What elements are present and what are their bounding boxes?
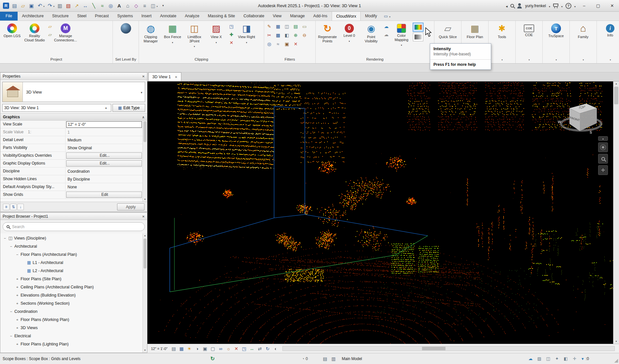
fitter-add-icon[interactable]: ⊕ — [292, 31, 299, 39]
revit-logo[interactable]: R — [2, 2, 10, 10]
ribbon-button[interactable]: Point Visibility — [361, 22, 382, 44]
panel-expand-icon[interactable] — [502, 57, 503, 61]
editing-requests[interactable]: 0 — [302, 357, 308, 361]
selection-chevron-icon[interactable] — [103, 106, 109, 110]
fitter-cut-icon[interactable]: ✂ — [265, 31, 273, 39]
ribbon-tab[interactable]: View — [269, 11, 286, 21]
panel-label-project[interactable]: Project — [0, 55, 113, 63]
tree-item[interactable]: − Floor Plans (Architectural Plan) — [0, 250, 147, 258]
ribbon-tab[interactable]: CloudWorx — [332, 11, 361, 21]
collaborate-icon[interactable] — [210, 356, 215, 362]
tree-item[interactable]: L2 - Architectural — [0, 267, 147, 275]
ribbon-button[interactable]: Color Mapping — [391, 22, 412, 48]
tree-item[interactable]: + Elevations (Building Elevation) — [0, 291, 147, 299]
panel-expand-icon[interactable] — [610, 57, 611, 61]
ribbon-tab[interactable]: Precast — [91, 11, 113, 21]
property-value[interactable]: Show Original — [66, 144, 147, 152]
panel-expand-icon[interactable] — [529, 57, 530, 61]
ribbon-tab[interactable]: Modify — [361, 11, 381, 21]
scroll-up-icon[interactable] — [613, 81, 619, 86]
compass-west-label[interactable]: W — [558, 120, 561, 124]
ribbon-button[interactable]: Box Fence — [162, 22, 183, 45]
ribbon-tab[interactable]: Massing & Site — [204, 11, 239, 21]
ribbon-button[interactable]: COE — [517, 22, 541, 38]
expand-bar-icon[interactable]: ‹ — [272, 345, 279, 352]
tree-toggle[interactable]: + — [15, 318, 20, 322]
navbar-collapse-icon[interactable] — [598, 136, 608, 141]
ribbon-tab[interactable]: Analyze — [181, 11, 204, 21]
tree-item[interactable]: L1 - Architectural — [0, 258, 147, 267]
close-button[interactable]: ✕ — [607, 1, 618, 10]
help-menu-chevron-icon[interactable] — [574, 3, 576, 9]
fitter-slab-icon[interactable]: ▭ — [301, 22, 308, 30]
cloud-settings-icon[interactable]: ☁ — [383, 31, 390, 38]
worksharing-display-icon[interactable]: ⇄ — [256, 345, 264, 352]
ribbon-button[interactable]: Open LGS — [1, 22, 23, 39]
scrollbar-thumb[interactable] — [143, 239, 146, 269]
vertical-scrollbar[interactable] — [613, 81, 619, 344]
collapse-section-icon[interactable] — [142, 115, 144, 119]
save-icon[interactable]: ▣ — [27, 2, 36, 10]
search-icon[interactable] — [510, 4, 514, 7]
panel-label-clipping[interactable]: Clipping — [139, 55, 264, 63]
properties-list-icon[interactable]: ≡ — [3, 204, 9, 210]
open-folder-icon[interactable]: ▱ — [46, 22, 54, 30]
tree-item[interactable]: + Ceiling Plans (Architectural Ceiling P… — [0, 283, 147, 291]
sort-icon[interactable]: ⇅ — [10, 204, 17, 210]
ribbon-button[interactable]: Info — [598, 22, 619, 38]
compass-south-label[interactable]: S — [590, 130, 592, 134]
tree-item[interactable]: + 3D Views — [0, 324, 147, 332]
browser-scrollbar[interactable] — [143, 233, 147, 353]
section-icon[interactable]: ◇ — [132, 2, 140, 10]
tree-item[interactable]: + Floor Plans (Working Plan) — [0, 315, 147, 324]
ribbon-button[interactable]: Reality Cloud Studio — [24, 22, 45, 43]
tree-item[interactable]: − Coordination — [0, 307, 147, 315]
ribbon-tab[interactable]: Insert — [137, 11, 156, 21]
colormap-option-icon[interactable] — [413, 33, 423, 41]
help-icon[interactable] — [566, 3, 571, 9]
redo-icon[interactable]: ↷ — [46, 2, 56, 10]
ribbon-button[interactable]: Clipping Manager — [140, 22, 161, 44]
select-underlay-icon[interactable]: ◫ — [544, 355, 552, 362]
ribbon-button[interactable]: TruSpace — [544, 22, 568, 39]
tree-toggle[interactable]: − — [8, 244, 14, 248]
drag-on-selection-icon[interactable]: ✛ — [571, 355, 578, 362]
panel-label-set-level-by[interactable]: Set Level By — [113, 55, 139, 63]
ribbon-button[interactable]: Level 0 — [339, 22, 360, 44]
search-input[interactable] — [12, 225, 141, 229]
store-cart-icon[interactable] — [553, 4, 558, 7]
cloud-refresh-icon[interactable]: ☁ — [383, 22, 390, 30]
fitter-target-icon[interactable]: ◎ — [265, 40, 273, 48]
visual-style-icon[interactable]: ▦ — [178, 345, 185, 352]
clip-add-icon[interactable]: ✚ — [228, 31, 235, 38]
graphics-section-header[interactable]: Graphics — [0, 113, 147, 121]
ribbon-button[interactable]: Quick Slice — [436, 22, 460, 40]
user-menu-chevron-icon[interactable] — [549, 3, 550, 9]
select-links-icon[interactable]: ▨ — [536, 355, 543, 362]
drawing-area[interactable]: TOP FRONT W S — [147, 81, 613, 344]
ribbon-tab[interactable]: Add-Ins — [309, 11, 332, 21]
tree-toggle[interactable]: + — [15, 301, 20, 305]
fitter-fill-icon[interactable]: ▣ — [283, 40, 291, 48]
design-options-icon[interactable] — [331, 356, 336, 361]
tree-item[interactable]: − Electrical — [0, 332, 147, 340]
ribbon-button[interactable]: LimitBox 3Point — [184, 22, 205, 49]
sheet-icon[interactable]: ▧ — [64, 2, 72, 10]
switch-windows-icon[interactable]: ◫ — [149, 2, 159, 10]
apply-button[interactable]: Apply — [117, 203, 144, 211]
type-selector-chevron-icon[interactable] — [138, 89, 145, 95]
scrollbar-thumb[interactable] — [422, 347, 445, 350]
property-value[interactable]: Edit... — [66, 160, 147, 167]
ribbon-tab[interactable]: Manage — [286, 11, 309, 21]
properties-scrollbar[interactable] — [143, 121, 147, 202]
panel-label-fitters[interactable]: Fitters — [264, 55, 315, 63]
tree-toggle[interactable]: + — [15, 342, 20, 346]
cart-menu-chevron-icon[interactable] — [561, 3, 563, 9]
clip-off-icon[interactable]: ✕ — [233, 345, 240, 352]
select-by-face-icon[interactable]: ◧ — [562, 355, 569, 362]
tree-toggle[interactable]: − — [15, 253, 20, 256]
ribbon-button[interactable]: View X — [206, 22, 227, 45]
ribbon-tab[interactable]: File — [0, 11, 18, 21]
tree-toggle[interactable]: − — [2, 236, 8, 240]
tag-icon[interactable]: ◎ — [107, 2, 115, 10]
